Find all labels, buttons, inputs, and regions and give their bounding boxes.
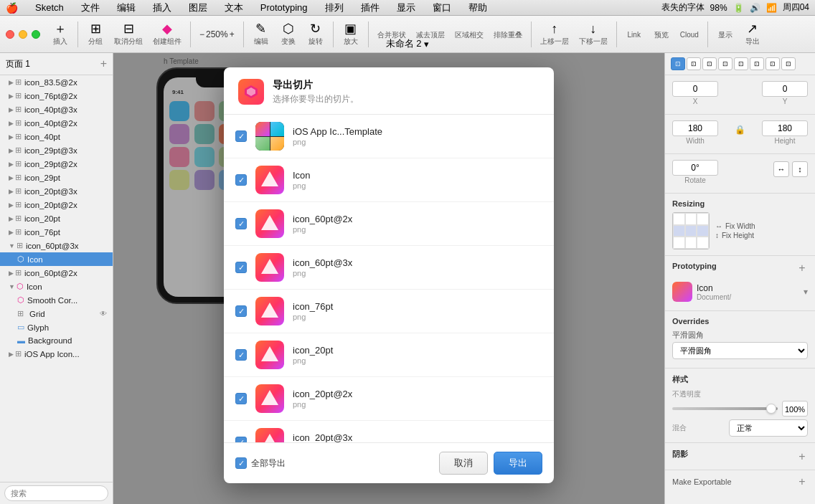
- align-tab-5[interactable]: ⊡: [734, 57, 748, 70]
- layer-icon40-3x[interactable]: ▶ ⊞ icon_40pt@3x: [0, 103, 113, 116]
- layer-icon-component-selected[interactable]: ⬡ Icon: [0, 252, 113, 266]
- export-button[interactable]: 导出: [494, 452, 542, 475]
- toolbar-cloud-btn[interactable]: Cloud: [676, 27, 703, 42]
- layer-icon20[interactable]: ▶ ⊞ icon_20pt: [0, 211, 113, 225]
- prototyping-add-btn[interactable]: +: [796, 262, 808, 274]
- menu-layer[interactable]: 图层: [186, 1, 210, 14]
- toolbar-edit-btn[interactable]: ✎ 编辑: [248, 19, 274, 49]
- layer-icon29-3x[interactable]: ▶ ⊞ icon_29pt@3x: [0, 143, 113, 157]
- layer-grid[interactable]: ⊞ Grid 👁: [0, 307, 113, 320]
- layer-icon20-2x[interactable]: ▶ ⊞ icon_20pt@2x: [0, 198, 113, 211]
- item-checkbox-20[interactable]: [235, 349, 247, 361]
- align-tab-6[interactable]: ⊡: [750, 57, 764, 70]
- rotate-input[interactable]: [672, 160, 718, 176]
- opacity-slider[interactable]: [672, 407, 778, 410]
- position-y-input[interactable]: [762, 81, 808, 97]
- toolbar-move-up-btn[interactable]: ↑ 上移一层: [536, 19, 573, 49]
- menu-sketch[interactable]: Sketch: [32, 2, 67, 13]
- menu-arrange[interactable]: 排列: [322, 1, 347, 14]
- prototyping-chevron[interactable]: ▾: [804, 287, 808, 297]
- lock-aspect-icon[interactable]: 🔒: [735, 125, 745, 135]
- menu-plugins[interactable]: 插件: [358, 1, 382, 14]
- align-tab-7[interactable]: ⊡: [765, 57, 780, 70]
- menu-view[interactable]: 显示: [394, 1, 418, 14]
- item-checkbox-20-2x[interactable]: [235, 393, 247, 404]
- toolbar-mask-btn[interactable]: ▣ 放大: [338, 19, 364, 49]
- layer-icon29[interactable]: ▶ ⊞ icon_29pt: [0, 171, 113, 184]
- toolbar-intersect-btn[interactable]: 区域相交: [451, 26, 488, 43]
- item-checkbox-20-3x[interactable]: [235, 437, 247, 442]
- search-input[interactable]: [4, 485, 108, 501]
- item-checkbox-60-3x[interactable]: [235, 262, 247, 273]
- layer-icon60-3x[interactable]: ▼ ⊞ icon_60pt@3x: [0, 239, 113, 252]
- select-all-checkbox[interactable]: [235, 457, 247, 469]
- size-height-input[interactable]: [762, 120, 808, 136]
- menu-help[interactable]: 帮助: [466, 1, 490, 14]
- item-checkbox-60-2x[interactable]: [235, 218, 247, 229]
- item-checkbox-icon[interactable]: [235, 174, 247, 186]
- layer-icon83[interactable]: ▶ ⊞ icon_83.5@2x: [0, 75, 113, 89]
- layer-icon60-2x[interactable]: ▶ ⊞ icon_60pt@2x: [0, 266, 113, 280]
- menu-file[interactable]: 文件: [78, 1, 103, 14]
- resizing-box: [672, 212, 710, 249]
- layer-icon40[interactable]: ▶ ⊞ icon_40pt: [0, 130, 113, 143]
- align-tab-1[interactable]: ⊡: [671, 57, 685, 70]
- menu-insert[interactable]: 插入: [150, 1, 174, 14]
- select-all-label[interactable]: 全部导出: [235, 457, 286, 470]
- shadow-header: 阴影 +: [672, 449, 808, 464]
- layer-icon-main[interactable]: ▼ ⬡ Icon: [0, 280, 113, 293]
- eye-icon[interactable]: 👁: [100, 310, 107, 318]
- flip-v-btn[interactable]: ↕: [792, 161, 808, 177]
- layer-smooth-corners[interactable]: ⬡ Smooth Cor...: [0, 293, 113, 307]
- menu-edit[interactable]: 编辑: [114, 1, 138, 14]
- layer-icon20-3x[interactable]: ▶ ⊞ icon_20pt@3x: [0, 184, 113, 198]
- shadow-add-btn[interactable]: +: [796, 451, 808, 462]
- layer-ios-app-icon-template[interactable]: ▶ ⊞ iOS App Icon...: [0, 347, 113, 361]
- align-tab-2[interactable]: ⊡: [687, 57, 701, 70]
- menu-prototyping[interactable]: Prototyping: [258, 2, 311, 13]
- toolbar-exclude-btn[interactable]: 排除重叠: [489, 26, 527, 43]
- toolbar-group-btn[interactable]: ⊞ 分组: [83, 19, 108, 49]
- toolbar-move-down-btn[interactable]: ↓ 下移一层: [575, 19, 612, 49]
- position-x-input[interactable]: [672, 81, 718, 97]
- layer-background[interactable]: ▬ Background: [0, 334, 113, 347]
- maximize-button[interactable]: [32, 30, 40, 39]
- toolbar-display-btn[interactable]: 显示: [712, 26, 738, 43]
- close-button[interactable]: [6, 30, 14, 39]
- toolbar-insert-btn[interactable]: ＋ 插入: [47, 19, 73, 49]
- expand-icon: ▶: [9, 351, 14, 358]
- toolbar-rotate-btn[interactable]: ↻ 旋转: [303, 19, 329, 49]
- align-tab-3[interactable]: ⊡: [702, 57, 717, 70]
- blend-select[interactable]: 正常: [729, 419, 808, 437]
- menu-text[interactable]: 文本: [222, 1, 246, 14]
- make-exportable-add-btn[interactable]: +: [796, 476, 808, 488]
- item-checkbox-template[interactable]: [235, 130, 247, 142]
- flip-h-btn[interactable]: ↔: [773, 161, 789, 177]
- cancel-button[interactable]: 取消: [439, 452, 488, 475]
- apple-menu[interactable]: 🍎: [6, 2, 18, 14]
- modal-header-icon: [238, 79, 264, 105]
- menu-window[interactable]: 窗口: [430, 1, 454, 14]
- item-checkbox-76[interactable]: [235, 305, 247, 317]
- zoom-plus[interactable]: +: [230, 29, 235, 39]
- toolbar-link-btn[interactable]: Link: [621, 27, 647, 42]
- toolbar-export-btn[interactable]: ↗ 导出: [740, 19, 765, 49]
- title-dropdown-arrow[interactable]: ▾: [424, 39, 429, 49]
- layer-icon76[interactable]: ▶ ⊞ icon_76pt: [0, 225, 113, 239]
- layer-icon29-2x[interactable]: ▶ ⊞ icon_29pt@2x: [0, 157, 113, 171]
- layer-glyph[interactable]: ▭ Glyph: [0, 320, 113, 334]
- toolbar-ungroup-btn[interactable]: ⊟ 取消分组: [110, 19, 147, 49]
- zoom-minus[interactable]: −: [199, 29, 204, 39]
- align-tab-4[interactable]: ⊡: [718, 57, 732, 70]
- layer-icon40-2x[interactable]: ▶ ⊞ icon_40pt@2x: [0, 116, 113, 130]
- size-width-input[interactable]: [672, 120, 718, 136]
- toolbar-zoom[interactable]: − 250% +: [195, 28, 239, 41]
- toolbar-preview-btn[interactable]: 预览: [649, 26, 674, 43]
- toolbar-create-component-btn[interactable]: ◆ 创建组件: [149, 19, 186, 49]
- minimize-button[interactable]: [19, 30, 27, 39]
- layer-icon76-2x[interactable]: ▶ ⊞ icon_76pt@2x: [0, 89, 113, 103]
- toolbar-transform-btn[interactable]: ⬡ 变换: [275, 19, 301, 49]
- overrides-corner-select[interactable]: 平滑圆角: [672, 342, 808, 359]
- align-tab-8[interactable]: ⊡: [781, 57, 796, 70]
- page-add-btn[interactable]: +: [100, 57, 107, 70]
